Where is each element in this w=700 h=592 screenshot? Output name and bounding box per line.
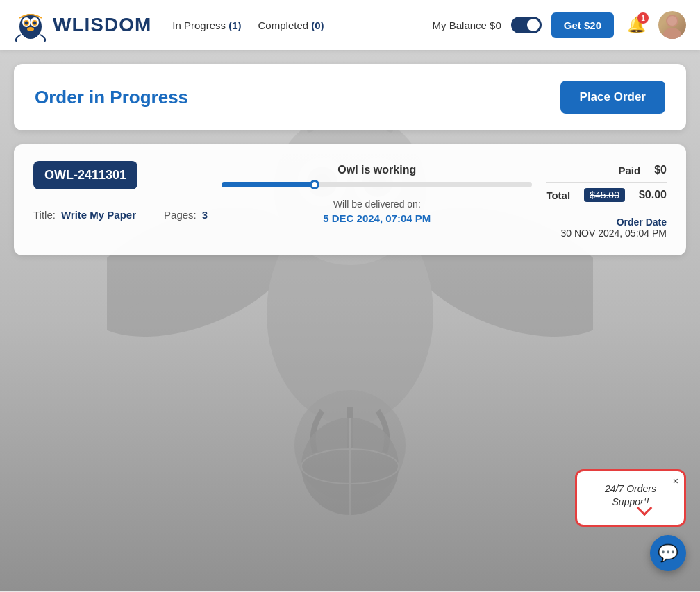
progress-fill bbox=[222, 182, 315, 187]
owl-working-label: Owl is working bbox=[222, 164, 532, 176]
paid-amount: $0 bbox=[654, 164, 667, 176]
order-date-label: Order Date bbox=[546, 217, 667, 228]
header: WLISDOM In Progress (1) Completed (0) My… bbox=[0, 0, 700, 50]
header-right: My Balance $0 Get $20 🔔 1 bbox=[433, 11, 686, 39]
notification-button[interactable]: 🔔 1 bbox=[624, 12, 649, 37]
delivery-label: Will be delivered on: bbox=[222, 198, 532, 210]
chat-button[interactable]: 💬 bbox=[650, 535, 686, 571]
title-value: Write My Paper bbox=[61, 209, 136, 221]
chat-close-button[interactable]: × bbox=[673, 475, 678, 487]
progress-card: Order in Progress Place Order bbox=[14, 64, 686, 130]
nav-completed[interactable]: Completed (0) bbox=[258, 19, 324, 31]
order-date-value: 30 NOV 2024, 05:04 PM bbox=[546, 228, 667, 239]
user-avatar[interactable] bbox=[658, 11, 686, 39]
svg-point-0 bbox=[19, 14, 42, 39]
place-order-button[interactable]: Place Order bbox=[560, 81, 665, 114]
total-label: Total bbox=[546, 189, 570, 201]
chat-widget: × 24/7 Orders Support! 💬 bbox=[575, 469, 686, 571]
order-pages-item: Pages: 3 bbox=[164, 209, 208, 221]
order-detail-card: OWL-2411301 Title: Write My Paper Pages:… bbox=[14, 144, 686, 255]
nav-links: In Progress (1) Completed (0) bbox=[172, 19, 432, 31]
order-status-section: Owl is working Will be delivered on: 5 D… bbox=[222, 161, 532, 224]
order-grid: OWL-2411301 Title: Write My Paper Pages:… bbox=[33, 161, 667, 239]
order-payment-section: Paid $0 Total $45.00 $0.00 Order Date 30… bbox=[546, 161, 667, 239]
pages-label: Pages: bbox=[164, 209, 197, 221]
order-divider bbox=[546, 182, 667, 183]
order-divider-2 bbox=[546, 208, 667, 208]
chat-popup-text: 24/7 Orders Support! bbox=[591, 482, 670, 509]
order-progress-bar bbox=[222, 182, 532, 187]
title-label: Title: bbox=[33, 209, 56, 221]
toggle-knob bbox=[527, 19, 540, 31]
svg-point-5 bbox=[25, 22, 28, 25]
delivery-section: Will be delivered on: 5 DEC 2024, 07:04 … bbox=[222, 198, 532, 224]
balance-display: My Balance $0 bbox=[433, 19, 501, 31]
total-original-price: $45.00 bbox=[584, 188, 625, 202]
logo-owl-icon bbox=[14, 8, 47, 42]
order-left-section: OWL-2411301 Title: Write My Paper Pages:… bbox=[33, 161, 208, 221]
svg-point-9 bbox=[663, 28, 681, 39]
get-money-button[interactable]: Get $20 bbox=[551, 12, 614, 38]
svg-point-7 bbox=[27, 27, 34, 31]
logo-text: WLISDOM bbox=[53, 14, 151, 36]
paid-label: Paid bbox=[619, 164, 641, 176]
svg-point-6 bbox=[33, 22, 37, 25]
pages-value: 3 bbox=[202, 209, 208, 221]
logo-area[interactable]: WLISDOM bbox=[14, 8, 151, 42]
order-id-badge: OWL-2411301 bbox=[33, 161, 138, 189]
avatar-image bbox=[658, 11, 686, 39]
order-meta: Title: Write My Paper Pages: 3 bbox=[33, 209, 208, 221]
order-title-item: Title: Write My Paper bbox=[33, 209, 136, 221]
chat-icon: 💬 bbox=[658, 543, 678, 563]
nav-in-progress[interactable]: In Progress (1) bbox=[172, 19, 241, 31]
chat-popup: × 24/7 Orders Support! bbox=[575, 469, 686, 527]
content-area: Order in Progress Place Order OWL-241130… bbox=[0, 50, 700, 269]
paid-row: Paid $0 bbox=[546, 164, 667, 176]
progress-dot bbox=[310, 180, 319, 189]
progress-title: Order in Progress bbox=[35, 87, 188, 108]
order-date-section: Order Date 30 NOV 2024, 05:04 PM bbox=[546, 214, 667, 239]
theme-toggle[interactable] bbox=[511, 17, 542, 33]
total-current-price: $0.00 bbox=[639, 189, 667, 201]
notification-badge: 1 bbox=[638, 12, 649, 24]
total-row: Total $45.00 $0.00 bbox=[546, 188, 667, 202]
svg-point-10 bbox=[667, 16, 677, 26]
delivery-date: 5 DEC 2024, 07:04 PM bbox=[222, 212, 532, 224]
